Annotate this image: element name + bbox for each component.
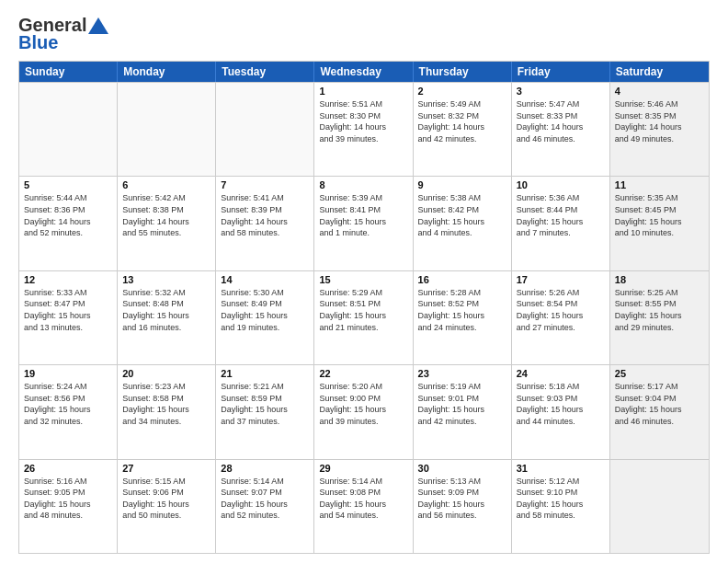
- cell-text: Sunrise: 5:33 AM Sunset: 8:47 PM Dayligh…: [24, 287, 112, 333]
- logo: General Blue: [18, 15, 108, 53]
- calendar-cell: 24Sunrise: 5:18 AM Sunset: 9:03 PM Dayli…: [512, 365, 610, 458]
- day-number: 22: [319, 368, 407, 379]
- calendar-cell: [118, 83, 216, 176]
- day-number: 30: [418, 463, 506, 474]
- page: General Blue SundayMondayTuesdayWednesda…: [0, 0, 728, 563]
- calendar-cell: [19, 83, 118, 176]
- day-number: 7: [221, 179, 309, 190]
- day-number: 6: [122, 179, 210, 190]
- svg-marker-0: [88, 17, 108, 34]
- day-number: 17: [517, 274, 605, 285]
- calendar-cell: 25Sunrise: 5:17 AM Sunset: 9:04 PM Dayli…: [610, 365, 709, 458]
- calendar-cell: 2Sunrise: 5:49 AM Sunset: 8:32 PM Daylig…: [414, 83, 512, 176]
- cell-text: Sunrise: 5:26 AM Sunset: 8:54 PM Dayligh…: [517, 287, 605, 333]
- calendar-cell: 6Sunrise: 5:42 AM Sunset: 8:38 PM Daylig…: [118, 177, 216, 270]
- header: General Blue: [18, 15, 710, 53]
- calendar-cell: 13Sunrise: 5:32 AM Sunset: 8:48 PM Dayli…: [118, 271, 216, 364]
- day-number: 28: [221, 463, 309, 474]
- calendar-cell: 1Sunrise: 5:51 AM Sunset: 8:30 PM Daylig…: [314, 83, 413, 176]
- day-number: 12: [24, 274, 112, 285]
- calendar-header-cell: Monday: [118, 62, 216, 82]
- cell-text: Sunrise: 5:32 AM Sunset: 8:48 PM Dayligh…: [122, 287, 210, 333]
- day-number: 2: [418, 86, 506, 97]
- calendar-week-row: 26Sunrise: 5:16 AM Sunset: 9:05 PM Dayli…: [19, 459, 709, 553]
- calendar-cell: 26Sunrise: 5:16 AM Sunset: 9:05 PM Dayli…: [19, 460, 118, 553]
- cell-text: Sunrise: 5:35 AM Sunset: 8:45 PM Dayligh…: [615, 192, 704, 238]
- calendar-week-row: 19Sunrise: 5:24 AM Sunset: 8:56 PM Dayli…: [19, 364, 709, 458]
- cell-text: Sunrise: 5:17 AM Sunset: 9:04 PM Dayligh…: [615, 381, 704, 427]
- cell-text: Sunrise: 5:42 AM Sunset: 8:38 PM Dayligh…: [122, 192, 210, 238]
- calendar-week-row: 5Sunrise: 5:44 AM Sunset: 8:36 PM Daylig…: [19, 176, 709, 270]
- calendar-cell: 29Sunrise: 5:14 AM Sunset: 9:08 PM Dayli…: [314, 460, 413, 553]
- day-number: 15: [319, 274, 407, 285]
- calendar-cell: 22Sunrise: 5:20 AM Sunset: 9:00 PM Dayli…: [314, 365, 413, 458]
- calendar-cell: 28Sunrise: 5:14 AM Sunset: 9:07 PM Dayli…: [216, 460, 314, 553]
- day-number: 27: [122, 463, 210, 474]
- logo-blue-text: Blue: [18, 32, 58, 53]
- day-number: 13: [122, 274, 210, 285]
- calendar-cell: 20Sunrise: 5:23 AM Sunset: 8:58 PM Dayli…: [118, 365, 216, 458]
- cell-text: Sunrise: 5:46 AM Sunset: 8:35 PM Dayligh…: [615, 98, 704, 144]
- cell-text: Sunrise: 5:20 AM Sunset: 9:00 PM Dayligh…: [319, 381, 407, 427]
- calendar-week-row: 1Sunrise: 5:51 AM Sunset: 8:30 PM Daylig…: [19, 82, 709, 176]
- calendar-header-row: SundayMondayTuesdayWednesdayThursdayFrid…: [19, 62, 709, 82]
- cell-text: Sunrise: 5:41 AM Sunset: 8:39 PM Dayligh…: [221, 192, 309, 238]
- cell-text: Sunrise: 5:23 AM Sunset: 8:58 PM Dayligh…: [122, 381, 210, 427]
- cell-text: Sunrise: 5:19 AM Sunset: 9:01 PM Dayligh…: [418, 381, 506, 427]
- cell-text: Sunrise: 5:25 AM Sunset: 8:55 PM Dayligh…: [615, 287, 704, 333]
- cell-text: Sunrise: 5:21 AM Sunset: 8:59 PM Dayligh…: [221, 381, 309, 427]
- day-number: 31: [517, 463, 605, 474]
- cell-text: Sunrise: 5:49 AM Sunset: 8:32 PM Dayligh…: [418, 98, 506, 144]
- cell-text: Sunrise: 5:38 AM Sunset: 8:42 PM Dayligh…: [418, 192, 506, 238]
- calendar-cell: 4Sunrise: 5:46 AM Sunset: 8:35 PM Daylig…: [610, 83, 709, 176]
- calendar-cell: 21Sunrise: 5:21 AM Sunset: 8:59 PM Dayli…: [216, 365, 314, 458]
- calendar-cell: 30Sunrise: 5:13 AM Sunset: 9:09 PM Dayli…: [414, 460, 512, 553]
- calendar-cell: 23Sunrise: 5:19 AM Sunset: 9:01 PM Dayli…: [414, 365, 512, 458]
- cell-text: Sunrise: 5:14 AM Sunset: 9:07 PM Dayligh…: [221, 476, 309, 522]
- calendar-header-cell: Sunday: [19, 62, 118, 82]
- calendar-cell: 9Sunrise: 5:38 AM Sunset: 8:42 PM Daylig…: [414, 177, 512, 270]
- day-number: 3: [517, 86, 605, 97]
- cell-text: Sunrise: 5:47 AM Sunset: 8:33 PM Dayligh…: [517, 98, 605, 144]
- day-number: 9: [418, 179, 506, 190]
- cell-text: Sunrise: 5:51 AM Sunset: 8:30 PM Dayligh…: [319, 98, 407, 144]
- calendar-cell: 10Sunrise: 5:36 AM Sunset: 8:44 PM Dayli…: [512, 177, 610, 270]
- day-number: 18: [615, 274, 704, 285]
- day-number: 16: [418, 274, 506, 285]
- calendar-cell: 15Sunrise: 5:29 AM Sunset: 8:51 PM Dayli…: [314, 271, 413, 364]
- logo-icon: [88, 17, 108, 34]
- day-number: 24: [517, 368, 605, 379]
- calendar-cell: 27Sunrise: 5:15 AM Sunset: 9:06 PM Dayli…: [118, 460, 216, 553]
- calendar-cell: 19Sunrise: 5:24 AM Sunset: 8:56 PM Dayli…: [19, 365, 118, 458]
- calendar-header-cell: Tuesday: [216, 62, 314, 82]
- calendar-cell: 11Sunrise: 5:35 AM Sunset: 8:45 PM Dayli…: [610, 177, 709, 270]
- day-number: 20: [122, 368, 210, 379]
- cell-text: Sunrise: 5:18 AM Sunset: 9:03 PM Dayligh…: [517, 381, 605, 427]
- calendar-body: 1Sunrise: 5:51 AM Sunset: 8:30 PM Daylig…: [19, 82, 709, 553]
- cell-text: Sunrise: 5:44 AM Sunset: 8:36 PM Dayligh…: [24, 192, 112, 238]
- cell-text: Sunrise: 5:29 AM Sunset: 8:51 PM Dayligh…: [319, 287, 407, 333]
- cell-text: Sunrise: 5:14 AM Sunset: 9:08 PM Dayligh…: [319, 476, 407, 522]
- cell-text: Sunrise: 5:36 AM Sunset: 8:44 PM Dayligh…: [517, 192, 605, 238]
- calendar-header-cell: Saturday: [610, 62, 709, 82]
- cell-text: Sunrise: 5:28 AM Sunset: 8:52 PM Dayligh…: [418, 287, 506, 333]
- day-number: 26: [24, 463, 112, 474]
- cell-text: Sunrise: 5:12 AM Sunset: 9:10 PM Dayligh…: [517, 476, 605, 522]
- cell-text: Sunrise: 5:16 AM Sunset: 9:05 PM Dayligh…: [24, 476, 112, 522]
- calendar-week-row: 12Sunrise: 5:33 AM Sunset: 8:47 PM Dayli…: [19, 270, 709, 364]
- calendar-cell: [216, 83, 314, 176]
- calendar-cell: 17Sunrise: 5:26 AM Sunset: 8:54 PM Dayli…: [512, 271, 610, 364]
- calendar-header-cell: Friday: [512, 62, 610, 82]
- calendar-cell: 8Sunrise: 5:39 AM Sunset: 8:41 PM Daylig…: [314, 177, 413, 270]
- cell-text: Sunrise: 5:30 AM Sunset: 8:49 PM Dayligh…: [221, 287, 309, 333]
- calendar-header-cell: Thursday: [414, 62, 512, 82]
- calendar-cell: 5Sunrise: 5:44 AM Sunset: 8:36 PM Daylig…: [19, 177, 118, 270]
- calendar: SundayMondayTuesdayWednesdayThursdayFrid…: [18, 61, 710, 554]
- calendar-cell: 12Sunrise: 5:33 AM Sunset: 8:47 PM Dayli…: [19, 271, 118, 364]
- cell-text: Sunrise: 5:39 AM Sunset: 8:41 PM Dayligh…: [319, 192, 407, 238]
- day-number: 10: [517, 179, 605, 190]
- day-number: 23: [418, 368, 506, 379]
- day-number: 1: [319, 86, 407, 97]
- day-number: 21: [221, 368, 309, 379]
- calendar-cell: 14Sunrise: 5:30 AM Sunset: 8:49 PM Dayli…: [216, 271, 314, 364]
